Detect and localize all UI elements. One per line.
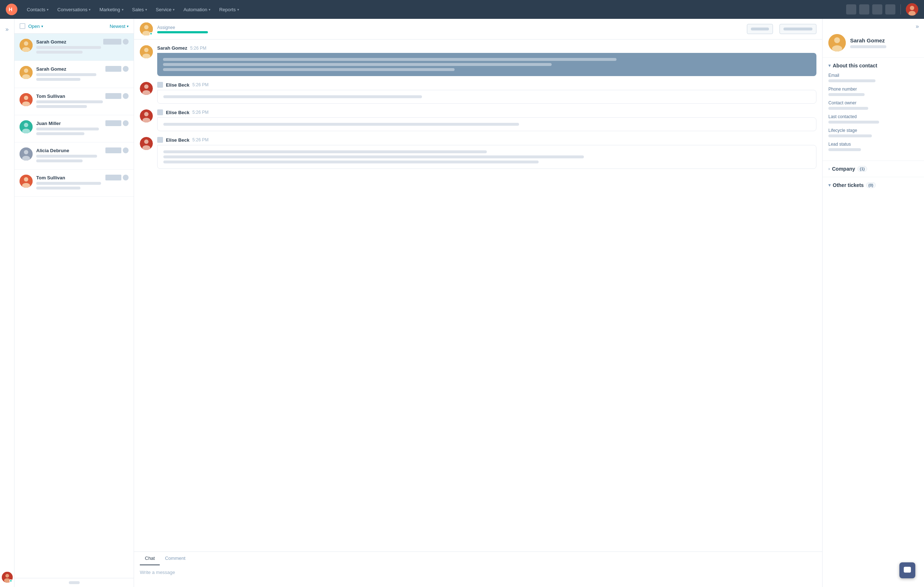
avatar	[20, 175, 33, 188]
nav-right-actions	[846, 3, 918, 16]
conv-item[interactable]: Tom Sullivan	[15, 88, 134, 115]
svg-point-9	[24, 41, 28, 46]
status-filter[interactable]: Open ▾	[28, 23, 43, 29]
field-value	[828, 134, 872, 137]
contact-header: Sarah Gomez	[823, 34, 924, 58]
nav-search-button[interactable]	[846, 4, 856, 15]
collapse-sidebar-button[interactable]: »	[4, 25, 10, 34]
conv-preview-line	[36, 46, 101, 49]
about-section-header[interactable]: ▾ About this contact	[828, 63, 918, 68]
chat-action-button-2[interactable]	[779, 24, 817, 34]
chevron-right-icon: ›	[828, 166, 830, 171]
avatar	[20, 93, 33, 106]
chat-action-button-1[interactable]	[747, 24, 773, 34]
conv-tag	[106, 147, 121, 153]
svg-point-42	[834, 37, 840, 43]
nav-settings-button[interactable]	[872, 4, 882, 15]
field-value	[828, 107, 868, 110]
conv-preview-line	[36, 187, 81, 190]
other-tickets-header[interactable]: ▾ Other tickets (0)	[828, 182, 918, 188]
conv-content: Alicia Debrune	[36, 147, 129, 164]
chat-widget-button[interactable]	[899, 562, 915, 578]
field-value	[828, 148, 861, 151]
conv-content: Sarah Gomez	[36, 66, 129, 83]
conv-item[interactable]: Tom Sullivan	[15, 170, 134, 197]
message-content: Sarah Gomez 5:26 PM	[157, 45, 817, 76]
conv-preview-line	[36, 127, 99, 131]
btn-label-bar	[751, 28, 769, 30]
nav-notifications-button[interactable]	[859, 4, 869, 15]
select-all-checkbox[interactable]	[20, 23, 25, 29]
conv-preview-line	[36, 51, 82, 54]
conv-item[interactable]: Sarah Gomez	[15, 61, 134, 88]
conv-item[interactable]: Sarah Gomez	[15, 34, 134, 61]
svg-point-33	[144, 84, 148, 89]
assignee-info: Assignee	[157, 25, 208, 33]
online-indicator	[10, 579, 12, 582]
sidebar-toggle-panel: »	[0, 19, 15, 587]
chevron-down-icon: ▾	[47, 8, 48, 12]
nav-conversations[interactable]: Conversations ▾	[54, 5, 94, 15]
conv-dot	[123, 39, 129, 45]
chat-header: Assignee	[134, 19, 822, 40]
conv-list-header: Open ▾ Newest ▾	[15, 19, 134, 34]
conv-content: Juan Miller	[36, 120, 129, 137]
conv-dot	[123, 93, 129, 99]
field-email: Email	[828, 73, 918, 82]
main-layout: » Open ▾ Newest ▾	[0, 19, 924, 587]
conv-content: Tom Sullivan	[36, 93, 129, 110]
avatar	[20, 120, 33, 133]
message-bubble	[157, 117, 817, 131]
contact-avatar	[828, 34, 846, 51]
conv-tag	[103, 39, 121, 45]
chevron-down-icon: ▾	[127, 24, 129, 28]
svg-point-15	[24, 96, 28, 100]
sort-filter[interactable]: Newest ▾	[110, 23, 129, 29]
svg-rect-44	[904, 567, 911, 572]
message-icon	[157, 109, 163, 115]
message-icon	[157, 137, 163, 143]
conv-item[interactable]: Alicia Debrune	[15, 142, 134, 170]
conv-preview-line	[36, 182, 101, 185]
conv-preview-line	[36, 100, 103, 103]
chat-messages: Sarah Gomez 5:26 PM	[134, 40, 822, 552]
nav-sales[interactable]: Sales ▾	[129, 5, 151, 15]
tab-chat[interactable]: Chat	[140, 552, 160, 565]
conv-list-items: Sarah Gomez	[15, 34, 134, 578]
tab-comment[interactable]: Comment	[160, 552, 190, 565]
nav-automation[interactable]: Automation ▾	[180, 5, 214, 15]
nav-contacts[interactable]: Contacts ▾	[23, 5, 52, 15]
message-input[interactable]: Write a message	[134, 565, 822, 587]
other-tickets-section: ▾ Other tickets (0)	[823, 177, 924, 193]
footer-bar	[69, 581, 80, 584]
chat-main: Assignee	[134, 19, 823, 587]
user-avatar[interactable]	[906, 3, 918, 16]
conv-tag	[106, 120, 121, 126]
chevron-down-icon: ▾	[122, 8, 124, 12]
btn-label-bar	[784, 28, 812, 30]
nav-help-button[interactable]	[885, 4, 895, 15]
message-content: Elise Beck 5:26 PM	[157, 137, 817, 169]
message-content: Elise Beck 5:26 PM	[157, 82, 817, 104]
conv-meta	[106, 66, 129, 72]
collapse-right-panel-button[interactable]: »	[823, 19, 924, 34]
company-section-header[interactable]: › Company (1)	[828, 166, 918, 172]
nav-service[interactable]: Service ▾	[152, 5, 178, 15]
message-bubble	[157, 53, 817, 76]
conv-list-footer	[15, 578, 134, 587]
hubspot-logo[interactable]: H	[6, 3, 17, 15]
avatar	[20, 147, 33, 160]
chat-input-area: Chat Comment Write a message	[134, 552, 822, 587]
message-bubble	[157, 90, 817, 104]
field-phone: Phone number	[828, 87, 918, 96]
nav-marketing[interactable]: Marketing ▾	[96, 5, 127, 15]
field-value	[828, 93, 865, 96]
chat-contact-avatar	[140, 23, 153, 35]
chevron-down-icon: ▾	[145, 8, 147, 12]
conv-preview-line	[36, 159, 82, 162]
message-avatar	[140, 137, 153, 150]
conv-meta	[106, 147, 129, 153]
user-status-avatar[interactable]	[2, 572, 13, 583]
nav-reports[interactable]: Reports ▾	[216, 5, 243, 15]
conv-item[interactable]: Juan Miller	[15, 115, 134, 142]
